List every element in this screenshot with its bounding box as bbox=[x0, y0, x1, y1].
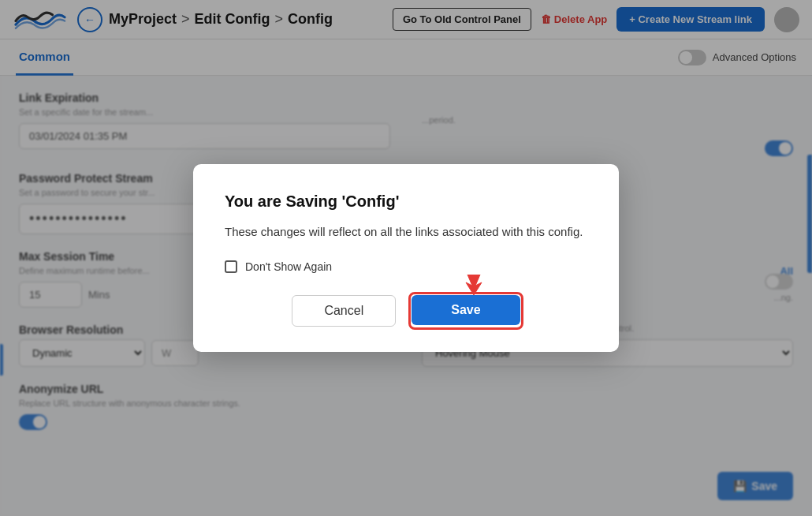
dont-show-again-checkbox[interactable] bbox=[225, 260, 237, 273]
modal-dialog: You are Saving 'Config' These changes wi… bbox=[193, 164, 619, 352]
modal-overlay: You are Saving 'Config' These changes wi… bbox=[0, 0, 812, 516]
dont-show-again-row: Don't Show Again bbox=[225, 260, 587, 273]
modal-body: These changes will reflect on all the li… bbox=[225, 223, 587, 241]
modal-cancel-button[interactable]: Cancel bbox=[292, 295, 396, 327]
modal-title: You are Saving 'Config' bbox=[225, 193, 587, 211]
modal-save-button[interactable]: Save bbox=[412, 295, 520, 325]
modal-save-wrapper: Save bbox=[412, 295, 520, 327]
modal-actions: Cancel Save bbox=[225, 295, 587, 327]
dont-show-again-label: Don't Show Again bbox=[245, 260, 332, 273]
